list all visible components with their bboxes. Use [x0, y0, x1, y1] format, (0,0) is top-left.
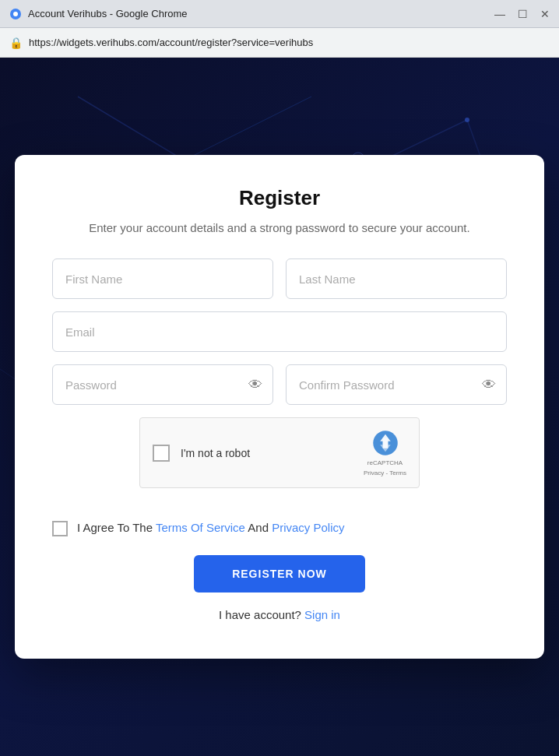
password-input[interactable] — [52, 364, 273, 405]
captcha-left: I'm not a robot — [153, 445, 250, 462]
email-row — [52, 311, 507, 352]
register-now-button[interactable]: REGISTER NOW — [194, 555, 365, 592]
minimize-button[interactable]: — — [494, 9, 505, 19]
last-name-input[interactable] — [286, 258, 507, 299]
page-subtitle: Enter your account details and a strong … — [52, 220, 507, 237]
terms-prefix: I Agree To The — [77, 521, 156, 534]
captcha-checkbox[interactable] — [153, 445, 170, 462]
terms-text: I Agree To The Terms Of Service And Priv… — [77, 519, 345, 537]
lock-icon: 🔒 — [9, 37, 23, 49]
chrome-browser-icon — [9, 8, 22, 20]
close-button[interactable]: ✕ — [540, 9, 550, 19]
recaptcha-logo-icon — [371, 429, 399, 457]
password-toggle-icon[interactable]: 👁 — [248, 377, 262, 393]
svg-point-1 — [13, 12, 18, 16]
address-bar: 🔒 https://widgets.verihubs.com/account/r… — [0, 28, 559, 58]
captcha-right: reCAPTCHA Privacy - Terms — [364, 429, 406, 476]
recaptcha-terms-link[interactable]: Terms — [389, 469, 406, 476]
captcha-container[interactable]: I'm not a robot reCAPTCHA Privacy - Term… — [139, 417, 420, 487]
first-name-field — [52, 258, 273, 299]
first-name-input[interactable] — [52, 258, 273, 299]
page-title: Register — [52, 186, 507, 210]
password-field: 👁 — [52, 364, 273, 405]
url-display[interactable]: https://widgets.verihubs.com/account/reg… — [29, 37, 313, 48]
confirm-password-toggle-icon[interactable]: 👁 — [482, 377, 496, 393]
background: Register Enter your account details and … — [0, 58, 559, 756]
captcha-wrapper: I'm not a robot reCAPTCHA Privacy - Term… — [52, 417, 507, 503]
recaptcha-brand: reCAPTCHA — [367, 459, 403, 467]
name-row — [52, 258, 507, 299]
maximize-button[interactable]: ☐ — [518, 9, 528, 19]
terms-checkbox[interactable] — [52, 521, 68, 536]
terms-row: I Agree To The Terms Of Service And Priv… — [52, 519, 507, 537]
email-input[interactable] — [52, 311, 507, 352]
window-controls: — ☐ ✕ — [494, 9, 550, 19]
signin-prefix: I have account? — [219, 608, 304, 621]
recaptcha-links: Privacy - Terms — [364, 469, 406, 476]
window-title: Account Verihubs - Google Chrome — [28, 8, 488, 19]
terms-middle: And — [245, 521, 272, 534]
recaptcha-privacy-link[interactable]: Privacy — [364, 469, 384, 476]
chrome-titlebar: Account Verihubs - Google Chrome — ☐ ✕ — [0, 0, 559, 28]
terms-of-service-link[interactable]: Terms Of Service — [156, 521, 245, 534]
svg-point-11 — [465, 118, 469, 122]
privacy-policy-link[interactable]: Privacy Policy — [272, 521, 344, 534]
signin-link[interactable]: Sign in — [304, 608, 340, 621]
email-field — [52, 311, 507, 352]
confirm-password-field: 👁 — [286, 364, 507, 405]
last-name-field — [286, 258, 507, 299]
register-card: Register Enter your account details and … — [15, 155, 544, 659]
password-row: 👁 👁 — [52, 364, 507, 405]
signin-row: I have account? Sign in — [52, 608, 507, 621]
captcha-label: I'm not a robot — [181, 447, 250, 459]
confirm-password-input[interactable] — [286, 364, 507, 405]
